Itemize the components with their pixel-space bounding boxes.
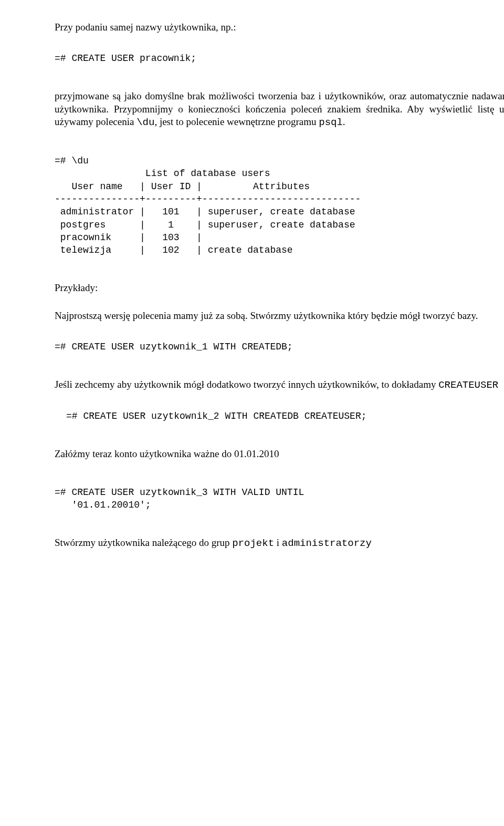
code-create-user-1: =# CREATE USER uzytkownik_1 WITH CREATED…: [55, 340, 504, 353]
paragraph-valid-until: Załóżmy teraz konto użytkownika ważne do…: [55, 448, 504, 461]
page-number: 5: [55, 575, 504, 588]
text-segment: Stwórzmy użytkownika należącego do grup: [55, 537, 232, 548]
code-create-user-3: =# CREATE USER uzytkownik_3 WITH VALID U…: [55, 486, 504, 512]
inline-code-administratorzy: administratorzy: [282, 538, 372, 549]
paragraph-simple-version: Najprostszą wersję polecenia mamy już za…: [55, 309, 504, 323]
inline-code-du: \du: [136, 117, 154, 128]
text-segment: , jest to polecenie wewnętrzne programu: [154, 116, 319, 127]
paragraph-intro: Przy podaniu samej nazwy użytkownika, np…: [55, 21, 504, 34]
text-segment: i: [274, 537, 282, 548]
code-create-user-pracownik: =# CREATE USER pracownik;: [55, 52, 504, 65]
code-create-user-2: =# CREATE USER uzytkownik_2 WITH CREATED…: [66, 410, 504, 422]
inline-code-createuser: CREATEUSER: [438, 379, 498, 391]
inline-code-projekt: projekt: [232, 538, 274, 549]
inline-code-psql: psql: [319, 117, 343, 128]
paragraph-createuser: Jeśli zechcemy aby użytkownik mógł dodat…: [55, 378, 504, 392]
text-segment: .: [343, 116, 345, 127]
paragraph-defaults: przyjmowane są jako domyślne brak możliw…: [55, 90, 504, 129]
paragraph-groups: Stwórzmy użytkownika należącego do grup …: [55, 536, 504, 550]
label-examples: Przykłady:: [55, 282, 504, 295]
code-du-listing: =# \du List of database users User name …: [55, 154, 504, 256]
text-segment: Jeśli zechcemy aby użytkownik mógł dodat…: [55, 379, 438, 390]
